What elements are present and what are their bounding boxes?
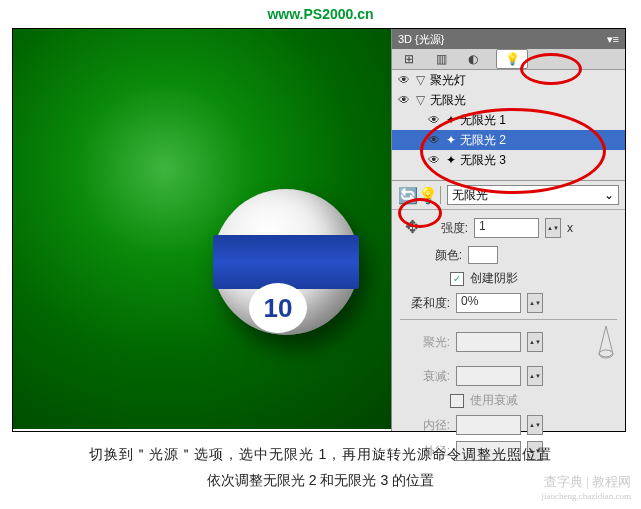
spot-input <box>456 332 521 352</box>
panel-header[interactable]: 3D {光源} ▾≡ <box>392 29 625 49</box>
light-type-icon: ✦ <box>446 113 456 127</box>
falloff-spinner: ▲▼ <box>527 366 543 386</box>
site-watermark: 查字典 | 教程网 jiaocheng.chazidian.com <box>542 475 631 503</box>
spot-label: 聚光: <box>400 334 450 351</box>
watermark-url: www.PS2000.cn <box>0 0 641 28</box>
softness-input[interactable]: 0% <box>456 293 521 313</box>
app-frame: 10 3D {光源} ▾≡ ⊞ ▥ ◐ 💡 👁 ▽ 聚光灯 👁 ▽ 无限光 <box>12 28 626 432</box>
light-type-icon: ✦ <box>446 153 456 167</box>
inner-input <box>456 415 521 435</box>
color-label: 颜色: <box>424 247 462 264</box>
intensity-spinner[interactable]: ▲▼ <box>545 218 561 238</box>
softness-label: 柔和度: <box>400 295 450 312</box>
falloff-label: 衰减: <box>400 368 450 385</box>
billiard-ball: 10 <box>213 189 359 335</box>
chevron-down-icon: ⌄ <box>604 186 614 204</box>
canvas-viewport[interactable]: 10 <box>13 29 391 429</box>
tree-item-infinite-3[interactable]: 👁 ✦ 无限光 3 <box>392 150 625 170</box>
atten-label: 使用衰减 <box>470 392 518 409</box>
tree-group-infinite[interactable]: 👁 ▽ 无限光 <box>392 90 625 110</box>
light-type-row: 🔄💡 无限光 ⌄ <box>392 181 625 210</box>
light-tree: 👁 ▽ 聚光灯 👁 ▽ 无限光 👁 ✦ 无限光 1 👁 ✦ 无限光 2 👁 <box>392 70 625 181</box>
spotlight-cone-icon <box>595 324 617 360</box>
shadow-label: 创建阴影 <box>470 270 518 287</box>
softness-spinner[interactable]: ▲▼ <box>527 293 543 313</box>
tree-group-spot[interactable]: 👁 ▽ 聚光灯 <box>392 70 625 90</box>
light-properties: ✥ 强度: 1 ▲▼ x 颜色: ✓ 创建阴影 柔和度: 0% ▲▼ <box>392 210 625 473</box>
panel-title: 3D {光源} <box>398 29 444 49</box>
visibility-icon[interactable]: 👁 <box>426 133 442 147</box>
tab-scene-icon[interactable]: ⊞ <box>400 51 418 67</box>
expand-icon[interactable]: ▽ <box>416 93 426 107</box>
lights-panel: 3D {光源} ▾≡ ⊞ ▥ ◐ 💡 👁 ▽ 聚光灯 👁 ▽ 无限光 👁 ✦ <box>391 29 625 431</box>
ball-number: 10 <box>249 283 307 333</box>
ball-stripe: 10 <box>213 235 359 289</box>
inner-label: 内径: <box>400 417 450 434</box>
tree-item-infinite-1[interactable]: 👁 ✦ 无限光 1 <box>392 110 625 130</box>
falloff-input <box>456 366 521 386</box>
tab-mesh-icon[interactable]: ▥ <box>432 51 450 67</box>
panel-menu-icon[interactable]: ▾≡ <box>607 29 619 49</box>
shadow-checkbox[interactable]: ✓ <box>450 272 464 286</box>
visibility-icon[interactable]: 👁 <box>426 153 442 167</box>
expand-icon[interactable]: ▽ <box>416 73 426 87</box>
rotate-light-icon[interactable]: 🔄💡 <box>398 186 438 205</box>
light-type-icon: ✦ <box>446 133 456 147</box>
color-swatch[interactable] <box>468 246 498 264</box>
tab-light-icon[interactable]: 💡 <box>496 49 528 69</box>
tab-material-icon[interactable]: ◐ <box>464 51 482 67</box>
move-light-icon[interactable]: ✥ <box>400 216 424 240</box>
intensity-unit: x <box>567 221 573 235</box>
atten-checkbox <box>450 394 464 408</box>
intensity-label: 强度: <box>430 220 468 237</box>
visibility-icon[interactable]: 👁 <box>396 93 412 107</box>
visibility-icon[interactable]: 👁 <box>396 73 412 87</box>
tree-item-infinite-2[interactable]: 👁 ✦ 无限光 2 <box>392 130 625 150</box>
intensity-input[interactable]: 1 <box>474 218 539 238</box>
visibility-icon[interactable]: 👁 <box>426 113 442 127</box>
panel-tabs: ⊞ ▥ ◐ 💡 <box>392 49 625 70</box>
separator <box>440 186 441 204</box>
divider <box>400 319 617 320</box>
light-type-select[interactable]: 无限光 ⌄ <box>447 185 619 205</box>
spot-spinner: ▲▼ <box>527 332 543 352</box>
inner-spinner: ▲▼ <box>527 415 543 435</box>
